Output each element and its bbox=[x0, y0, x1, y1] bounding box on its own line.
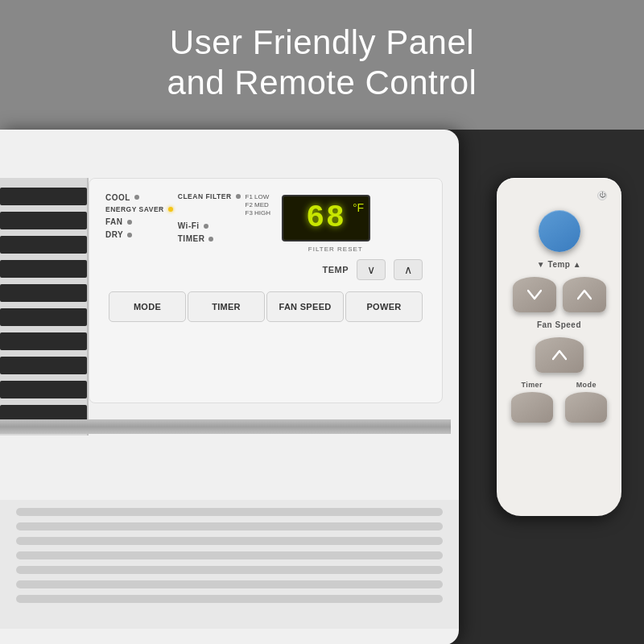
main-container: User Friendly Panel and Remote Control bbox=[0, 0, 644, 644]
dry-indicator: DRY bbox=[105, 230, 173, 239]
f3-label: F3 HIGH bbox=[246, 209, 271, 217]
grille-bar bbox=[16, 551, 443, 559]
vent-slat bbox=[0, 381, 87, 398]
remote-temp-down-button[interactable] bbox=[513, 277, 556, 312]
wifi-dot bbox=[204, 224, 208, 229]
fan-indicator: FAN bbox=[105, 217, 173, 226]
display-section: F1 LOW F2 MED F3 HIGH 68 °F FILTER RES bbox=[246, 193, 426, 253]
filter-reset-label: FILTER RESET bbox=[308, 246, 363, 253]
remote-fan-speed-button[interactable] bbox=[535, 337, 584, 373]
remote-mode-group: Mode bbox=[563, 381, 611, 423]
control-panel: COOL ENERGY SAVER FAN DRY bbox=[89, 178, 443, 403]
cool-indicator: COOL bbox=[105, 193, 173, 202]
timer-indicator: TIMER bbox=[178, 234, 241, 243]
temperature-display: 68 °F bbox=[282, 195, 370, 242]
remote-fan-speed-label: Fan Speed bbox=[537, 320, 581, 329]
vent-slat bbox=[0, 284, 87, 302]
wifi-indicator: Wi-Fi bbox=[178, 221, 241, 230]
remote-timer-label: Timer bbox=[522, 381, 543, 389]
remote-temp-label: ▼ Temp ▲ bbox=[537, 260, 581, 269]
clean-filter-dot bbox=[236, 194, 241, 199]
mode-button[interactable]: MODE bbox=[109, 291, 186, 322]
down-arrow-icon bbox=[527, 289, 542, 300]
vent-slat bbox=[0, 188, 87, 205]
up-arrow-icon bbox=[577, 289, 592, 300]
remote-power-button[interactable] bbox=[539, 210, 580, 252]
header-title: User Friendly Panel and Remote Control bbox=[16, 23, 628, 104]
timer-dot bbox=[208, 237, 213, 242]
power-btn-area: ⏻ bbox=[508, 191, 610, 200]
temp-down-button[interactable]: ∨ bbox=[357, 259, 386, 280]
remote-bottom-row: Timer Mode bbox=[508, 381, 610, 423]
grille-bar bbox=[16, 595, 443, 603]
cool-dot bbox=[134, 195, 139, 200]
remote-control: ⏻ ▼ Temp ▲ bbox=[497, 178, 621, 516]
grille-bar bbox=[16, 580, 443, 588]
vent-slat bbox=[0, 236, 87, 254]
temp-up-button[interactable]: ∧ bbox=[394, 259, 423, 280]
clean-filter-indicator: CLEAN FILTER bbox=[178, 193, 241, 200]
bottom-grille bbox=[0, 500, 459, 629]
remote-mode-button[interactable] bbox=[565, 392, 607, 423]
vent-area bbox=[0, 178, 89, 436]
header-banner: User Friendly Panel and Remote Control bbox=[0, 0, 644, 130]
remote-timer-group: Timer bbox=[508, 381, 556, 423]
energy-saver-indicator: ENERGY SAVER bbox=[105, 206, 173, 213]
vent-slat bbox=[0, 332, 87, 350]
power-symbol: ⏻ bbox=[597, 191, 607, 200]
timer-button[interactable]: TIMER bbox=[188, 291, 265, 322]
power-button[interactable]: POWER bbox=[345, 291, 423, 322]
grille-bar bbox=[16, 508, 443, 516]
remote-temp-up-button[interactable] bbox=[563, 277, 606, 312]
grille-bar bbox=[16, 566, 443, 574]
fan-speed-button[interactable]: FAN SPEED bbox=[266, 291, 344, 322]
grille-bar bbox=[16, 537, 443, 545]
silver-strip bbox=[0, 419, 451, 434]
temp-label: TEMP bbox=[322, 265, 349, 275]
dry-dot bbox=[127, 233, 132, 237]
grille-bar bbox=[16, 522, 443, 530]
vent-slat bbox=[0, 212, 87, 229]
temperature-value: 68 bbox=[306, 200, 346, 235]
temp-arrows-group bbox=[513, 277, 606, 312]
ac-unit: COOL ENERGY SAVER FAN DRY bbox=[0, 130, 459, 644]
right-indicators: CLEAN FILTER Wi-Fi TIMER bbox=[178, 193, 241, 243]
vent-slat bbox=[0, 260, 87, 278]
vent-slat bbox=[0, 308, 87, 326]
product-area: COOL ENERGY SAVER FAN DRY bbox=[0, 130, 644, 644]
temperature-unit: °F bbox=[353, 201, 364, 214]
energy-saver-dot bbox=[168, 207, 173, 212]
bottom-buttons: MODE TIMER FAN SPEED POWER bbox=[105, 291, 426, 322]
remote-timer-button[interactable] bbox=[511, 392, 553, 423]
f1-label: F1 LOW bbox=[246, 193, 271, 200]
fan-dot bbox=[127, 220, 132, 225]
left-indicators: COOL ENERGY SAVER FAN DRY bbox=[105, 193, 173, 239]
vent-slat bbox=[0, 357, 87, 374]
fan-speed-arrow-icon bbox=[552, 349, 567, 361]
remote-mode-label: Mode bbox=[576, 381, 597, 389]
f2-label: F2 MED bbox=[246, 201, 271, 208]
